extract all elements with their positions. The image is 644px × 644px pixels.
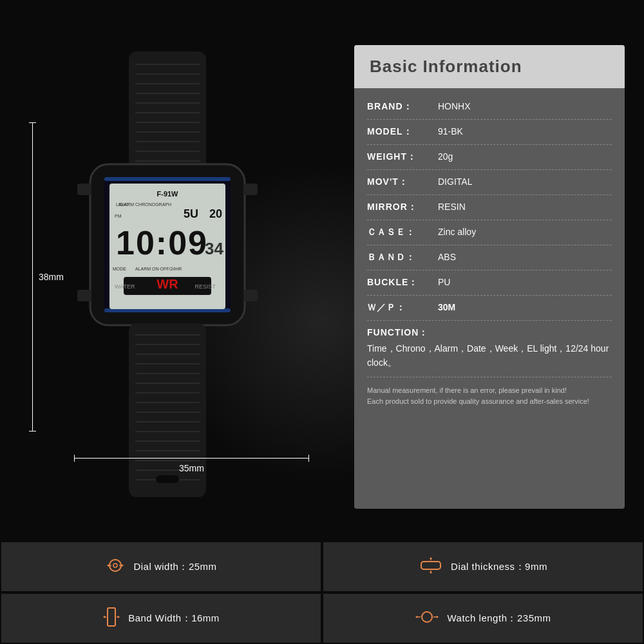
svg-rect-17: [243, 290, 258, 301]
svg-text:PM: PM: [115, 214, 122, 218]
dial-thickness-icon: [419, 556, 443, 577]
info-val-weight: 20g: [438, 151, 612, 162]
info-key-function: FUNCTION：: [367, 327, 438, 339]
svg-marker-68: [103, 616, 105, 618]
info-row-function: FUNCTION： Time，Chrono，Alarm，Date，Week，EL…: [367, 321, 612, 377]
info-key-band: ＢＡＮＤ：: [367, 252, 438, 263]
dial-width-icon: [105, 555, 126, 579]
info-note-line1: Manual measurement, if there is an error…: [367, 385, 612, 397]
bottom-row-2: Band Width：16mm Watch length：235mm: [0, 592, 644, 644]
info-row-case: ＣＡＳＥ： Zinc alloy: [367, 220, 612, 245]
info-row-brand: BRAND： HONHX: [367, 95, 612, 120]
bottom-bar: Dial width：25mm Dial thickness：9mm: [0, 541, 644, 644]
svg-rect-60: [421, 562, 440, 569]
info-key-mirror: MIRROR：: [367, 202, 438, 213]
dial-thickness-label: Dial thickness：9mm: [451, 561, 547, 573]
height-dimension: 38mm: [32, 122, 33, 431]
svg-marker-58: [107, 564, 109, 567]
info-val-band: ABS: [438, 252, 612, 262]
height-line: [32, 122, 33, 431]
info-row-model: MODEL： 91-BK: [367, 120, 612, 145]
info-key-case: ＣＡＳＥ：: [367, 227, 438, 238]
svg-rect-65: [108, 608, 115, 626]
svg-marker-64: [430, 572, 432, 574]
info-panel: Basic Information BRAND： HONHX MODEL： 91…: [354, 45, 625, 509]
bottom-cell-dial-width: Dial width：25mm: [1, 542, 321, 591]
info-val-brand: HONHX: [438, 101, 612, 111]
info-val-buckle: PU: [438, 277, 612, 287]
info-val-function: Time，Chrono，Alarm，Date，Week，EL light，12/…: [367, 341, 612, 370]
band-width-icon: [102, 605, 120, 631]
svg-point-70: [422, 612, 432, 622]
info-key-weight: WEIGHT：: [367, 151, 438, 163]
svg-rect-0: [129, 52, 206, 171]
info-title: Basic Information: [370, 57, 522, 76]
svg-text:20: 20: [209, 207, 222, 220]
info-key-brand: BRAND：: [367, 101, 438, 113]
info-note-line2: Each product sold to provide quality ass…: [367, 396, 612, 408]
info-val-model: 91-BK: [438, 126, 612, 137]
svg-text:34: 34: [205, 239, 223, 258]
info-val-mirror: RESIN: [438, 202, 612, 212]
watch-length-label: Watch length：235mm: [447, 612, 551, 625]
bottom-cell-band-width: Band Width：16mm: [1, 594, 321, 643]
info-row-movt: MOV'T： DIGITAL: [367, 170, 612, 195]
svg-text:ALARM ON·OFF/24HR: ALARM ON·OFF/24HR: [135, 267, 182, 271]
svg-rect-14: [77, 184, 91, 195]
svg-text:RESIST: RESIST: [194, 283, 216, 290]
bottom-row-1: Dial width：25mm Dial thickness：9mm: [0, 541, 644, 592]
svg-rect-15: [77, 290, 91, 301]
svg-marker-69: [118, 616, 120, 618]
svg-text:F-91W: F-91W: [157, 190, 179, 198]
info-val-wp: 30M: [438, 302, 612, 312]
watch-illustration: F-91W LIGHT ALARM CHRONOGRAPH PM 5U 20 1…: [52, 52, 283, 502]
svg-text:5U: 5U: [184, 207, 198, 220]
band-width-label: Band Width：16mm: [128, 612, 220, 625]
info-row-mirror: MIRROR： RESIN: [367, 195, 612, 220]
watch-section: 38mm: [13, 26, 322, 528]
svg-text:ALARM CHRONOGRAPH: ALARM CHRONOGRAPH: [118, 202, 171, 207]
info-note: Manual measurement, if there is an error…: [367, 385, 612, 414]
info-val-case: Zinc alloy: [438, 227, 612, 237]
svg-text:WATER: WATER: [115, 283, 135, 290]
info-row-buckle: BUCKLE： PU: [367, 270, 612, 296]
watch-length-icon: [415, 607, 439, 630]
info-row-weight: WEIGHT： 20g: [367, 145, 612, 170]
svg-rect-53: [156, 475, 179, 483]
info-header: Basic Information: [354, 45, 625, 88]
svg-text:MODE: MODE: [113, 267, 126, 271]
width-dimension: 35mm: [74, 458, 309, 459]
dial-width-label: Dial width：25mm: [133, 561, 216, 573]
svg-rect-19: [104, 177, 231, 181]
bottom-cell-dial-thickness: Dial thickness：9mm: [323, 542, 643, 591]
info-row-wp: Ｗ／Ｐ： 30M: [367, 296, 612, 321]
width-label: 35mm: [179, 463, 204, 473]
main-container: 38mm: [0, 0, 644, 541]
info-key-movt: MOV'T：: [367, 176, 438, 188]
svg-point-55: [113, 564, 117, 567]
svg-marker-59: [122, 564, 124, 567]
info-key-wp: Ｗ／Ｐ：: [367, 302, 438, 314]
info-row-band: ＢＡＮＤ： ABS: [367, 245, 612, 270]
svg-marker-73: [415, 616, 417, 618]
svg-text:10:09: 10:09: [116, 224, 208, 261]
svg-rect-16: [243, 184, 258, 195]
svg-marker-63: [430, 557, 432, 559]
svg-text:WR: WR: [156, 277, 178, 291]
info-key-buckle: BUCKLE：: [367, 277, 438, 289]
svg-marker-74: [437, 616, 439, 618]
info-val-movt: DIGITAL: [438, 176, 612, 187]
bottom-cell-watch-length: Watch length：235mm: [323, 594, 643, 643]
info-key-model: MODEL：: [367, 126, 438, 138]
info-body: BRAND： HONHX MODEL： 91-BK WEIGHT： 20g MO…: [354, 88, 625, 414]
